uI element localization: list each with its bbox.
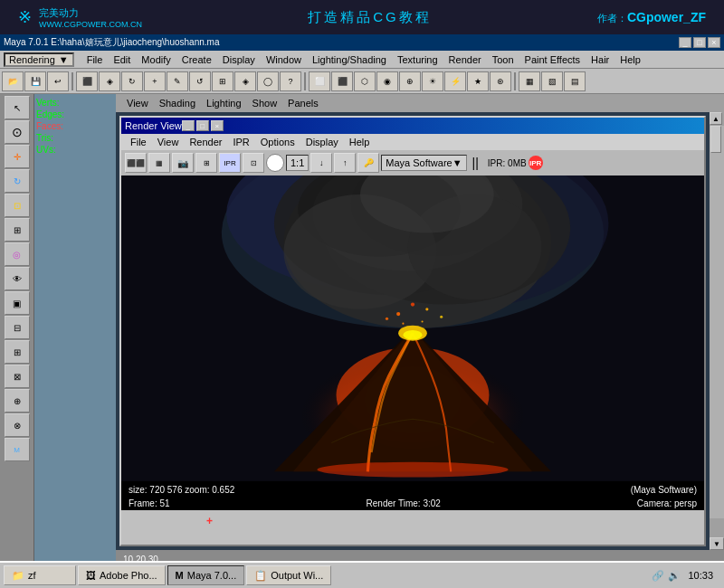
tool-14[interactable]: ⊗: [5, 413, 30, 437]
toolbar-btn-17[interactable]: ⚡: [444, 71, 466, 91]
menu-edit[interactable]: Edit: [108, 54, 136, 65]
menu-paint-effects[interactable]: Paint Effects: [519, 54, 586, 65]
render-minimize-button[interactable]: _: [182, 120, 195, 131]
toolbar-btn-18[interactable]: ★: [467, 71, 489, 91]
minimize-button[interactable]: _: [679, 37, 691, 48]
render-menu-options[interactable]: Options: [255, 137, 300, 147]
toolbar-btn-save[interactable]: 💾: [24, 71, 46, 91]
toolbar-btn-11[interactable]: ⬜: [309, 71, 330, 91]
menu-window[interactable]: Window: [261, 54, 307, 65]
toolbar-sep-2: [304, 72, 306, 90]
taskbar-btn-photoshop[interactable]: 🖼 Adobe Pho...: [78, 565, 166, 585]
tool-9[interactable]: ▣: [5, 291, 30, 315]
tool-10[interactable]: ⊟: [5, 316, 30, 339]
toolbar-btn-10[interactable]: ?: [280, 71, 301, 91]
render-tb-color[interactable]: [266, 154, 284, 172]
render-menu-display[interactable]: Display: [300, 137, 344, 147]
toolbar-btn-8[interactable]: ◈: [234, 71, 256, 91]
menu-bar: Rendering ▼ File Edit Modify Create Disp…: [0, 51, 724, 69]
rendering-dropdown[interactable]: Rendering ▼: [4, 52, 74, 67]
render-tb-2[interactable]: ▦: [148, 153, 170, 173]
toolbar-btn-20[interactable]: ▦: [519, 71, 540, 91]
toolbar-btn-6[interactable]: ↺: [189, 71, 211, 91]
toolbar-btn-13[interactable]: ⬡: [354, 71, 376, 91]
menu-lighting-shading[interactable]: Lighting/Shading: [307, 54, 392, 65]
rotate-tool[interactable]: ↻: [5, 169, 30, 193]
toolbar-btn-22[interactable]: ▤: [564, 71, 586, 91]
scale-tool[interactable]: ⊡: [5, 194, 30, 217]
render-tb-5[interactable]: ⊡: [243, 153, 264, 173]
taskbar-btn-zf[interactable]: 📁 zf: [4, 565, 76, 585]
toolbar-btn-3[interactable]: ↻: [121, 71, 143, 91]
menu-modify[interactable]: Modify: [136, 54, 176, 65]
main-title-bar: Maya 7.0.1 E:\haha\嬉玩意儿\jiaocheng\huosha…: [0, 34, 724, 51]
render-tb-4[interactable]: ⊞: [195, 153, 217, 173]
viewport-menu-view[interactable]: View: [121, 98, 154, 109]
taskbar-btn-output[interactable]: 📋 Output Wi...: [246, 565, 331, 585]
tool-12[interactable]: ⊠: [5, 365, 30, 388]
toolbar-btn-undo[interactable]: ↩: [47, 71, 69, 91]
render-tb-ipr[interactable]: IPR: [219, 153, 241, 173]
toolbar-btn-12[interactable]: ⬛: [331, 71, 353, 91]
render-menu-view[interactable]: View: [152, 137, 185, 147]
toolbar-btn-15[interactable]: ⊕: [399, 71, 421, 91]
toolbar-btn-4[interactable]: +: [144, 71, 166, 91]
show-hide-tool[interactable]: 👁: [5, 267, 30, 290]
menu-display[interactable]: Display: [217, 54, 261, 65]
toolbar-btn-1[interactable]: ⬛: [76, 71, 98, 91]
render-menu-ipr[interactable]: IPR: [227, 137, 254, 147]
render-maximize-button[interactable]: □: [196, 120, 209, 131]
viewport-menu-lighting[interactable]: Lighting: [201, 98, 247, 109]
select-tool[interactable]: ↖: [5, 96, 30, 119]
svg-point-23: [411, 302, 414, 306]
render-tb-1[interactable]: ⬛⬛: [125, 153, 147, 173]
faces-label: Faces:: [36, 121, 63, 131]
toolbar-btn-2[interactable]: ◈: [99, 71, 120, 91]
scroll-thumb[interactable]: [710, 126, 721, 153]
scroll-up-button[interactable]: ▲: [710, 112, 722, 125]
menu-hair[interactable]: Hair: [586, 54, 614, 65]
toolbar-btn-9[interactable]: ◯: [257, 71, 279, 91]
menu-file[interactable]: File: [81, 54, 109, 65]
toolbar-btn-open[interactable]: 📂: [2, 71, 24, 91]
toolbar-btn-21[interactable]: ▧: [541, 71, 563, 91]
tool-15[interactable]: M: [5, 438, 30, 461]
scroll-down-button[interactable]: ▼: [710, 537, 724, 550]
render-close-button[interactable]: ×: [211, 120, 224, 131]
verts-label: Verts:: [36, 98, 60, 108]
render-engine-dropdown[interactable]: Maya Software ▼: [381, 155, 466, 171]
move-tool[interactable]: ✛: [5, 145, 30, 168]
viewport-menu-shading[interactable]: Shading: [154, 98, 201, 109]
render-menu-file[interactable]: File: [125, 137, 152, 147]
toolbar-btn-5[interactable]: ✎: [167, 71, 188, 91]
soft-mod-tool[interactable]: ◎: [5, 242, 30, 266]
menu-render[interactable]: Render: [443, 54, 487, 65]
tool-11[interactable]: ⊞: [5, 340, 30, 364]
faces-stat: Faces:: [36, 121, 114, 131]
close-button[interactable]: ×: [708, 37, 720, 48]
render-tb-up[interactable]: ↑: [334, 153, 356, 173]
maximize-button[interactable]: □: [693, 37, 706, 48]
render-status-bar-2: Frame: 51 Render Time: 3:02 Camera: pers…: [121, 497, 704, 510]
viewport-menu-panels[interactable]: Panels: [282, 98, 324, 109]
toolbar-btn-19[interactable]: ⊛: [490, 71, 511, 91]
toolbar-btn-7[interactable]: ⊞: [212, 71, 233, 91]
render-tb-3[interactable]: 📷: [172, 153, 194, 173]
render-menu-render[interactable]: Render: [184, 137, 227, 147]
viewport-menu-show[interactable]: Show: [247, 98, 283, 109]
taskbar-btn-maya[interactable]: M Maya 7.0...: [167, 565, 245, 585]
tool-13[interactable]: ⊕: [5, 389, 30, 413]
lasso-tool[interactable]: ⊙: [5, 120, 30, 144]
render-view-titlebar: Render View _ □ ×: [121, 118, 704, 134]
render-pause-button[interactable]: ||: [469, 156, 482, 170]
render-tb-key[interactable]: 🔑: [357, 153, 379, 173]
render-tb-down[interactable]: ↓: [310, 153, 332, 173]
render-menu-help[interactable]: Help: [344, 137, 376, 147]
universal-tool[interactable]: ⊞: [5, 218, 30, 242]
toolbar-btn-14[interactable]: ◉: [376, 71, 398, 91]
toolbar-btn-16[interactable]: ☀: [422, 71, 443, 91]
menu-toon[interactable]: Toon: [487, 54, 519, 65]
menu-create[interactable]: Create: [176, 54, 217, 65]
menu-texturing[interactable]: Texturing: [392, 54, 443, 65]
menu-help[interactable]: Help: [614, 54, 646, 65]
